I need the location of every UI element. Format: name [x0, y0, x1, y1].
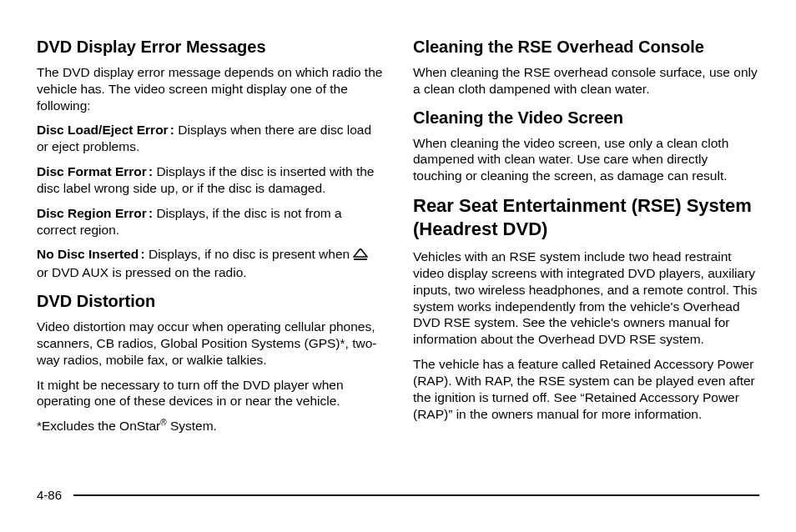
eject-icon — [353, 248, 368, 264]
clean-console-paragraph: When cleaning the RSE overhead console s… — [413, 64, 759, 98]
rse-paragraph-2: The vehicle has a feature called Retaine… — [413, 356, 759, 422]
footer-rule — [73, 494, 759, 496]
right-column: Cleaning the RSE Overhead Console When c… — [413, 37, 759, 444]
page-number: 4-86 — [37, 488, 62, 502]
heading-dvd-distortion: DVD Distortion — [37, 291, 383, 312]
heading-clean-console: Cleaning the RSE Overhead Console — [413, 37, 759, 58]
heading-clean-screen: Cleaning the Video Screen — [413, 108, 759, 128]
page-footer: 4-86 — [37, 488, 759, 502]
distortion-footnote: *Excludes the OnStar® System. — [37, 418, 383, 434]
error-label: Disc Region Error : — [37, 206, 153, 220]
registered-mark: ® — [160, 418, 166, 427]
distortion-paragraph-1: Video distortion may occur when operatin… — [37, 319, 383, 368]
error-item-disc-region: Disc Region Error : Displays, if the dis… — [37, 205, 383, 238]
manual-page: DVD Display Error Messages The DVD displ… — [0, 0, 796, 532]
svg-marker-0 — [354, 248, 367, 257]
heading-rse-headrest: Rear Seat Entertainment (RSE) System (He… — [413, 194, 759, 240]
error-item-no-disc: No Disc Inserted : Displays, if no disc … — [37, 246, 383, 281]
error-intro-paragraph: The DVD display error message depends on… — [37, 64, 383, 113]
footnote-a: *Excludes the OnStar — [37, 419, 160, 433]
distortion-paragraph-2: It might be necessary to turn off the DV… — [37, 377, 383, 410]
rse-paragraph-1: Vehicles with an RSE system include two … — [413, 248, 759, 348]
error-body-b: or DVD AUX is pressed on the radio. — [37, 265, 247, 279]
error-body-a: Displays, if no disc is present when — [145, 247, 354, 261]
error-item-disc-format: Disc Format Error : Displays if the disc… — [37, 163, 383, 197]
error-label: No Disc Inserted : — [37, 247, 145, 261]
footnote-b: System. — [167, 419, 217, 433]
error-item-disc-load: Disc Load/Eject Error : Displays when th… — [37, 122, 383, 155]
left-column: DVD Display Error Messages The DVD displ… — [37, 37, 383, 444]
two-column-layout: DVD Display Error Messages The DVD displ… — [37, 37, 759, 444]
error-label: Disc Load/Eject Error : — [37, 123, 174, 137]
heading-dvd-error-messages: DVD Display Error Messages — [37, 37, 383, 58]
clean-screen-paragraph: When cleaning the video screen, use only… — [413, 135, 759, 184]
error-label: Disc Format Error : — [37, 164, 153, 178]
